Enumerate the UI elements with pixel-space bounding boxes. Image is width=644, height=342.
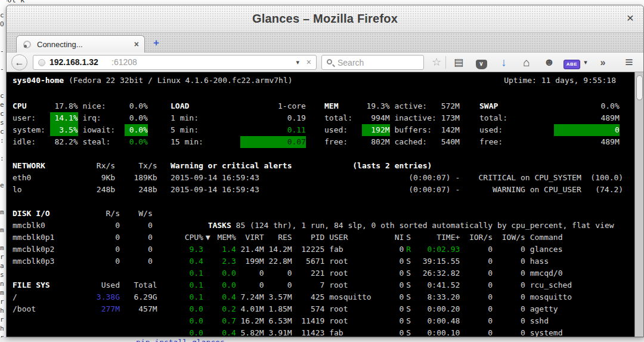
process-cell: 0 xyxy=(460,315,493,327)
process-cell: 0.1 xyxy=(175,279,203,291)
load-cell: 15 min: xyxy=(171,136,240,148)
diskio-cell: W/s xyxy=(120,208,153,220)
mem-cell: used: xyxy=(324,124,362,136)
network-row: NETWORKRx/sTx/s xyxy=(13,160,157,172)
process-cell: 0 xyxy=(390,244,404,255)
os-info: (Fedora 22 32bit / Linux 4.1.6-200.fc22.… xyxy=(64,76,293,85)
overflow-chevrons-icon[interactable]: » xyxy=(595,53,611,72)
pip-install-link[interactable]: pip install glances xyxy=(136,338,225,342)
swap-cell: 489M xyxy=(554,112,620,124)
process-cell: IOW/s xyxy=(493,232,525,244)
process-cell: 0.7 xyxy=(213,315,236,327)
process-cell: Command xyxy=(530,232,572,244)
cpu-cell: 17.8% xyxy=(50,100,78,112)
process-cell: 0:00.20 xyxy=(413,303,460,315)
network-section: NETWORKRx/sTx/seth09Kb189Kblo248b248b xyxy=(13,160,157,196)
process-cell: sshd xyxy=(530,315,572,327)
process-cell: 199M xyxy=(236,255,264,267)
window-titlebar[interactable]: Glances – Mozilla Firefox × xyxy=(7,5,643,33)
filesys-cell: /boot xyxy=(13,303,73,315)
load-section: LOAD1-core1 min:0.195 min:0.1115 min:0.0… xyxy=(171,100,306,148)
process-cell: VIRT xyxy=(236,232,264,244)
cpu-cell: system: xyxy=(13,124,50,136)
process-cell: root xyxy=(329,303,390,315)
abe-addon-icon[interactable]: ABE xyxy=(563,53,581,72)
tab-connecting[interactable]: Connecting... × xyxy=(16,35,145,53)
bookmarks-menu-icon[interactable]: ▤ xyxy=(450,53,467,72)
process-cell: fab xyxy=(329,327,390,337)
tab-close-icon[interactable]: × xyxy=(134,39,139,49)
pocket-icon[interactable]: ∨ xyxy=(473,53,490,72)
mem-cell: 173M xyxy=(436,112,460,124)
downloads-icon[interactable]: ↓ xyxy=(496,53,512,72)
process-cell: 0 xyxy=(390,291,404,303)
process-cell: 7 xyxy=(292,279,325,291)
window-close-button[interactable]: × xyxy=(627,11,634,25)
mem-cell: 540M xyxy=(436,136,460,148)
background-window-bottom-strip: pip install glances xyxy=(0,337,644,342)
process-cell: S xyxy=(404,291,413,303)
disk-io-section: DISK I/OR/sW/smmcblk000mmcblk0p100mmcblk… xyxy=(13,208,153,267)
process-cell: 0 xyxy=(460,327,493,337)
scrollbar-thumb[interactable] xyxy=(636,75,643,100)
memory-section: MEM19.3%active:572Mtotal:994Minactive:17… xyxy=(324,100,460,148)
mem-row: MEM19.3%active:572M xyxy=(324,100,460,112)
process-row: 0.00.24.01M1.85M574root0S0:00.2000agetty xyxy=(175,303,572,315)
network-row: lo248b248b xyxy=(13,184,157,196)
mem-cell: free: xyxy=(324,136,362,148)
process-cell xyxy=(203,315,213,327)
loading-spinner-icon xyxy=(23,41,31,48)
cpu-cell: 3.5% xyxy=(50,124,78,136)
process-cell: mmcqd/0 xyxy=(530,267,572,279)
mem-cell: cached: xyxy=(394,136,436,148)
process-cell: S xyxy=(404,327,413,337)
process-row: 0.10.000221root0S26:32.8200mmcqd/0 xyxy=(175,267,572,279)
process-cell: 0:00.48 xyxy=(413,315,460,327)
process-cell: CPU% xyxy=(175,232,203,244)
chat-smiley-icon[interactable]: ☻ xyxy=(541,53,558,72)
hamburger-menu-icon[interactable]: ≡ xyxy=(620,53,639,72)
network-cell: eth0 xyxy=(13,172,69,184)
process-cell: 0 xyxy=(460,303,493,315)
swap-cell: SWAP xyxy=(479,100,554,112)
stop-loading-icon[interactable]: × xyxy=(306,57,311,67)
home-icon[interactable]: ⌂ xyxy=(518,53,535,72)
bookmark-star-icon[interactable]: ☆ xyxy=(429,53,444,72)
process-cell: 22.8M xyxy=(264,255,292,267)
swap-row: SWAP0.0% xyxy=(479,100,620,112)
search-input[interactable] xyxy=(338,57,415,68)
diskio-row: mmcblk0p200 xyxy=(13,244,153,255)
page-scrollbar[interactable] xyxy=(634,72,643,337)
new-tab-button[interactable]: + xyxy=(153,37,159,49)
network-cell: Tx/s xyxy=(115,160,157,172)
swap-cell: 489M xyxy=(554,136,620,148)
process-cell: 3.57M xyxy=(264,291,292,303)
back-button[interactable]: ← xyxy=(11,54,27,70)
process-cell: 0 xyxy=(460,279,493,291)
search-bar[interactable] xyxy=(321,55,424,70)
process-cell: 0 xyxy=(264,267,292,279)
cpu-cell: 0.0% xyxy=(125,112,148,124)
cpu-cell: idle: xyxy=(13,136,50,148)
process-cell: root xyxy=(329,255,390,267)
url-bar[interactable]: 192.168.1.32 :61208 ▾ × xyxy=(33,55,317,70)
network-cell: 248b xyxy=(69,184,115,196)
process-cell: 7.24M xyxy=(236,291,264,303)
load-cell: 0.11 xyxy=(240,124,306,136)
cpu-row: idle:82.2%steal:0.0% xyxy=(13,136,148,148)
mem-cell: 572M xyxy=(436,100,460,112)
process-cell: 11419 xyxy=(292,315,325,327)
alert-cell: (0:00:07) - xyxy=(264,172,460,184)
process-cell: 0 xyxy=(493,303,525,315)
abe-dropdown-icon[interactable]: ▾ xyxy=(581,53,590,72)
diskio-cell: 0 xyxy=(78,220,120,232)
process-cell: 0 xyxy=(390,303,404,315)
url-dropdown-icon[interactable]: ▾ xyxy=(296,58,299,66)
swap-row: total:489M xyxy=(479,112,620,124)
process-cell: S xyxy=(404,303,413,315)
filesys-cell: 277M xyxy=(73,303,120,315)
alerts-header: Warning or critical alerts(lasts 2 entri… xyxy=(171,160,446,172)
process-row: 0.10.47.24M3.57M425mosquitto0S8:33.2000m… xyxy=(175,291,572,303)
diskio-row: DISK I/OR/sW/s xyxy=(13,208,153,220)
process-cell xyxy=(203,267,213,279)
